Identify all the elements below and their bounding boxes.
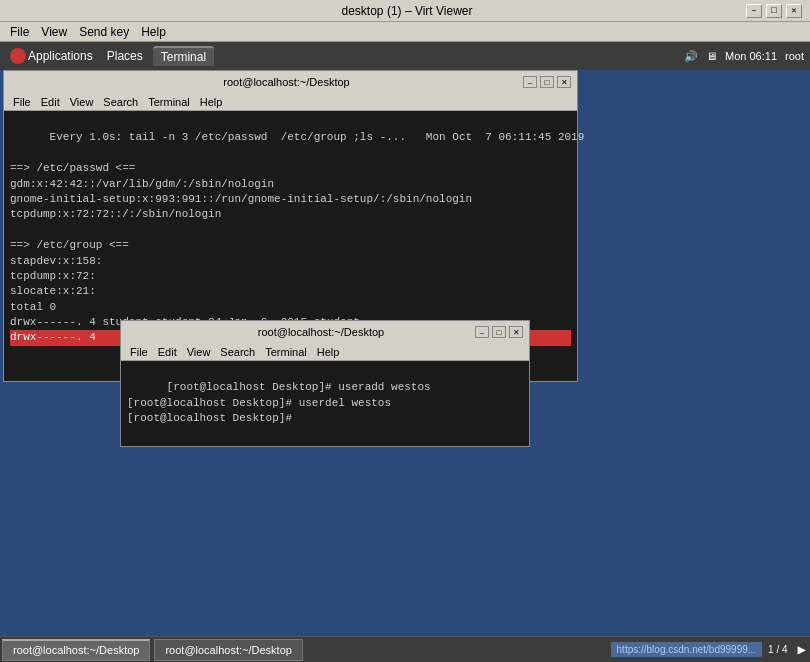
network-icon: 🖥 <box>706 50 717 62</box>
applications-label: Applications <box>28 49 93 63</box>
term1-line-7: ==> /etc/group <== <box>10 239 129 251</box>
term2-line-1: [root@localhost Desktop]# userdel westos <box>127 397 391 409</box>
term2-minimize-button[interactable]: – <box>475 326 489 338</box>
term2-menu-file[interactable]: File <box>125 346 153 358</box>
term2-line-2: [root@localhost Desktop]# <box>127 412 299 424</box>
places-menu[interactable]: Places <box>101 47 149 65</box>
taskbar-page-info: 1 / 4 <box>762 644 793 655</box>
term1-menu-file[interactable]: File <box>8 96 36 108</box>
outer-title-buttons: – □ ✕ <box>746 4 802 18</box>
taskbar-arrow-icon[interactable]: ▶ <box>794 641 810 658</box>
outer-menu-file[interactable]: File <box>4 25 35 39</box>
taskbar-item-2[interactable]: root@localhost:~/Desktop <box>154 639 302 661</box>
panel-user: root <box>785 50 804 62</box>
taskbar-right: https://blog.csdn.net/bd99999... 1 / 4 ▶ <box>611 641 810 658</box>
term1-menu-search[interactable]: Search <box>98 96 143 108</box>
term1-line-0: Every 1.0s: tail -n 3 /etc/passwd /etc/g… <box>50 131 585 143</box>
term1-menu-edit[interactable]: Edit <box>36 96 65 108</box>
term1-line-11: total 0 <box>10 301 56 313</box>
terminal-panel-tab[interactable]: Terminal <box>153 46 214 66</box>
term2-menu-edit[interactable]: Edit <box>153 346 182 358</box>
term2-maximize-button[interactable]: □ <box>492 326 506 338</box>
term1-line-5: tcpdump:x:72:72::/:/sbin/nologin <box>10 208 221 220</box>
applications-menu[interactable]: Applications <box>6 46 97 66</box>
outer-title-text: desktop (1) – Virt Viewer <box>68 4 746 18</box>
term1-menu: File Edit View Search Terminal Help <box>4 93 577 111</box>
term1-menu-terminal[interactable]: Terminal <box>143 96 195 108</box>
term2-close-button[interactable]: ✕ <box>509 326 523 338</box>
outer-menu-bar: File View Send key Help <box>0 22 810 42</box>
term2-line-0: [root@localhost Desktop]# useradd westos <box>167 381 431 393</box>
taskbar-url[interactable]: https://blog.csdn.net/bd99999... <box>611 642 763 657</box>
term2-menu-view[interactable]: View <box>182 346 216 358</box>
term1-line-3: gdm:x:42:42::/var/lib/gdm/:/sbin/nologin <box>10 178 274 190</box>
term2-title-bar: root@localhost:~/Desktop – □ ✕ <box>121 321 529 343</box>
term1-menu-help[interactable]: Help <box>195 96 228 108</box>
term1-maximize-button[interactable]: □ <box>540 76 554 88</box>
term1-buttons: – □ ✕ <box>523 76 571 88</box>
outer-maximize-button[interactable]: □ <box>766 4 782 18</box>
term2-menu-help[interactable]: Help <box>312 346 345 358</box>
term1-title-text: root@localhost:~/Desktop <box>50 76 523 88</box>
term2-content: [root@localhost Desktop]# useradd westos… <box>121 361 529 446</box>
panel-left: Applications Places Terminal <box>6 46 214 66</box>
term2-menu-search[interactable]: Search <box>215 346 260 358</box>
outer-close-button[interactable]: ✕ <box>786 4 802 18</box>
top-panel: Applications Places Terminal 🔊 🖥 Mon 06:… <box>0 42 810 70</box>
term1-line-9: tcpdump:x:72: <box>10 270 96 282</box>
term2-menu-terminal[interactable]: Terminal <box>260 346 312 358</box>
outer-menu-view[interactable]: View <box>35 25 73 39</box>
main-desktop-area: root@localhost:~/Desktop – □ ✕ File Edit… <box>0 70 810 636</box>
panel-right: 🔊 🖥 Mon 06:11 root <box>684 50 804 63</box>
taskbar: root@localhost:~/Desktop root@localhost:… <box>0 636 810 662</box>
outer-menu-help[interactable]: Help <box>135 25 172 39</box>
volume-icon[interactable]: 🔊 <box>684 50 698 63</box>
term1-line-4: gnome-initial-setup:x:993:991::/run/gnom… <box>10 193 472 205</box>
term2-buttons: – □ ✕ <box>475 326 523 338</box>
term2-title-text: root@localhost:~/Desktop <box>167 326 475 338</box>
term1-close-button[interactable]: ✕ <box>557 76 571 88</box>
term1-line-8: stapdev:x:158: <box>10 255 102 267</box>
term1-line-10: slocate:x:21: <box>10 285 96 297</box>
outer-minimize-button[interactable]: – <box>746 4 762 18</box>
taskbar-item-1[interactable]: root@localhost:~/Desktop <box>2 639 150 661</box>
term2-menu: File Edit View Search Terminal Help <box>121 343 529 361</box>
term1-title-bar: root@localhost:~/Desktop – □ ✕ <box>4 71 577 93</box>
panel-time: Mon 06:11 <box>725 50 777 62</box>
terminal-window-2: root@localhost:~/Desktop – □ ✕ File Edit… <box>120 320 530 447</box>
term1-menu-view[interactable]: View <box>65 96 99 108</box>
term1-minimize-button[interactable]: – <box>523 76 537 88</box>
outer-menu-sendkey[interactable]: Send key <box>73 25 135 39</box>
term1-line-2: ==> /etc/passwd <== <box>10 162 135 174</box>
apps-icon <box>10 48 26 64</box>
outer-title-bar: desktop (1) – Virt Viewer – □ ✕ <box>0 0 810 22</box>
